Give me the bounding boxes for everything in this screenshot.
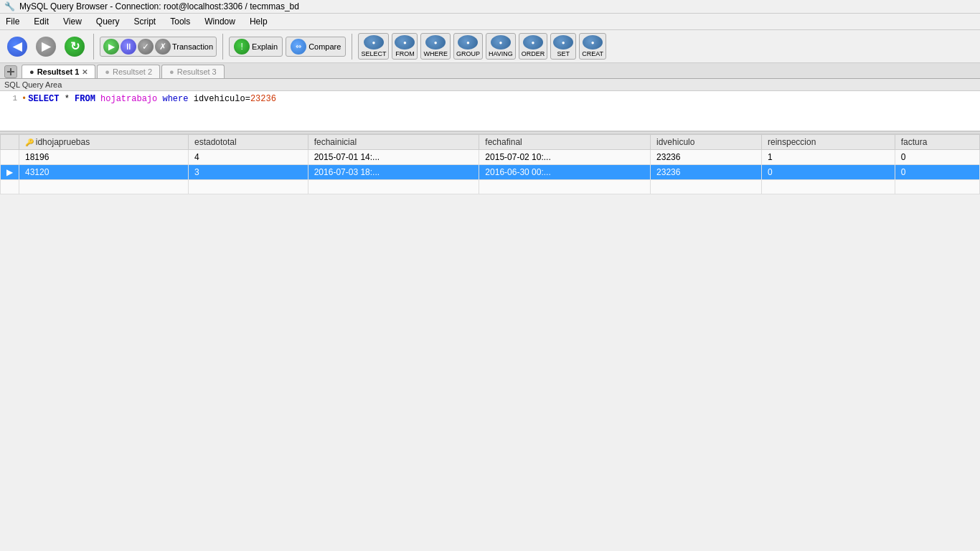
tab3-dot: ● (169, 67, 174, 76)
group-label: GROUP (456, 50, 480, 57)
tab1-dot: ● (29, 67, 34, 76)
col-header-reinspeccion: reinspeccion (761, 135, 895, 150)
app-icon: 🔧 (4, 1, 15, 11)
new-tab-button[interactable] (4, 65, 17, 78)
empty-row (1, 180, 980, 194)
menu-tools[interactable]: Tools (167, 15, 193, 28)
refresh-button[interactable]: ↻ (62, 34, 88, 59)
set-button[interactable]: ● SET (550, 33, 576, 60)
window-title: MySQL Query Browser - Connection: root@l… (19, 1, 299, 11)
transaction-group: ▶ ⏸ ✓ ✗ Transaction (100, 37, 217, 57)
cell-idvehiculo: 23236 (651, 150, 762, 165)
where-icon: ● (425, 35, 446, 50)
creat-icon: ● (583, 35, 603, 50)
cell-reinspeccion: 0 (761, 165, 895, 180)
back-button[interactable]: ◀ (4, 34, 30, 59)
rollback-button[interactable]: ✗ (155, 39, 171, 55)
titlebar: 🔧 MySQL Query Browser - Connection: root… (0, 0, 980, 14)
table-header-row: 🔑 idhojapruebas estadototal fechainicial… (1, 135, 980, 150)
tab-resultset-3[interactable]: ● Resultset 3 (161, 65, 225, 78)
query-editor[interactable]: 1 • SELECT * FROM hojatrabajo where idve… (0, 91, 980, 131)
set-icon: ● (553, 35, 573, 50)
order-button[interactable]: ● ORDER (519, 33, 548, 60)
compare-button[interactable]: ⇔ Compare (286, 37, 346, 57)
cell-fechafinal: 2016-06-30 00:... (479, 165, 651, 180)
having-label: HAVING (489, 50, 513, 57)
order-label: ORDER (522, 50, 545, 57)
cell-factura: 0 (895, 165, 979, 180)
cell-idhojapruebas: 18196 (19, 150, 189, 165)
menu-window[interactable]: Window (202, 15, 238, 28)
having-button[interactable]: ● HAVING (486, 33, 516, 60)
row-arrow-cell: ▶ (1, 165, 19, 180)
line-number-1: 1 (4, 94, 22, 103)
cell-fechainicial: 2016-07-03 18:... (308, 165, 479, 180)
results-tbody: 1819642015-07-01 14:...2015-07-02 10:...… (1, 150, 980, 194)
forward-button[interactable]: ▶ (33, 34, 59, 59)
menu-query[interactable]: Query (93, 15, 123, 28)
pause-button[interactable]: ⏸ (121, 39, 136, 55)
row-arrow-header (1, 135, 19, 150)
creat-label: CREAT (582, 50, 603, 57)
tab-resultset-2[interactable]: ● Resultset 2 (97, 65, 160, 78)
row-arrow-cell (1, 150, 19, 165)
explain-button[interactable]: ! Explain (229, 37, 283, 57)
table-row[interactable]: ▶4312032016-07-03 18:...2016-06-30 00:..… (1, 165, 980, 180)
results-area: 🔑 idhojapruebas estadototal fechainicial… (0, 134, 980, 194)
compare-label: Compare (308, 42, 341, 51)
cell-reinspeccion: 1 (761, 150, 895, 165)
svg-rect-1 (10, 68, 11, 75)
table-row[interactable]: 1819642015-07-01 14:...2015-07-02 10:...… (1, 150, 980, 165)
table-name: hojatrabajo (100, 94, 162, 104)
group-icon: ● (458, 35, 478, 50)
query-content: SELECT * FROM hojatrabajo where idvehicu… (28, 94, 276, 104)
cell-estadototal: 3 (188, 165, 308, 180)
from-label: FROM (395, 50, 415, 57)
tab2-label: Resultset 2 (113, 67, 152, 76)
separator-1 (93, 34, 94, 60)
sql-query-label: SQL Query Area (0, 79, 980, 91)
query-value: 23236 (250, 94, 276, 104)
tab3-label: Resultset 3 (177, 67, 217, 76)
select-button[interactable]: ● SELECT (358, 33, 389, 60)
from-button[interactable]: ● FROM (392, 33, 418, 60)
cell-fechafinal: 2015-07-02 10:... (479, 150, 651, 165)
col-header-estadototal: estadototal (188, 135, 308, 150)
col-header-idvehiculo: idvehiculo (651, 135, 762, 150)
where-label: WHERE (423, 50, 448, 57)
menu-script[interactable]: Script (131, 15, 159, 28)
creat-button[interactable]: ● CREAT (579, 33, 606, 60)
tabs-bar: ● Resultset 1 ✕ ● Resultset 2 ● Resultse… (0, 63, 980, 79)
separator-2 (222, 34, 223, 60)
tab1-close[interactable]: ✕ (82, 68, 88, 76)
keyword-select: SELECT (28, 94, 59, 104)
col-header-fechainicial: fechainicial (308, 135, 479, 150)
menu-file[interactable]: File (3, 15, 22, 28)
compare-icon: ⇔ (291, 39, 306, 55)
query-bullet: • (22, 94, 27, 104)
menu-view[interactable]: View (60, 15, 85, 28)
tab1-label: Resultset 1 (37, 67, 80, 76)
tab-resultset-1[interactable]: ● Resultset 1 ✕ (22, 65, 95, 78)
col-header-factura: factura (895, 135, 979, 150)
query-star: * (65, 94, 75, 104)
commit-button[interactable]: ✓ (138, 39, 154, 55)
col-header-fechafinal: fechafinal (479, 135, 651, 150)
where-button[interactable]: ● WHERE (420, 33, 451, 60)
from-icon: ● (395, 35, 415, 50)
menu-edit[interactable]: Edit (31, 15, 52, 28)
keyword-where: where (162, 94, 188, 104)
select-icon: ● (364, 35, 384, 50)
order-icon: ● (523, 35, 543, 50)
col-header-idhojapruebas: 🔑 idhojapruebas (19, 135, 189, 150)
cell-idhojapruebas: 43120 (19, 165, 189, 180)
menu-help[interactable]: Help (247, 15, 270, 28)
query-area-container: SQL Query Area 1 • SELECT * FROM hojatra… (0, 79, 980, 131)
query-condition: idvehiculo= (194, 94, 250, 104)
cell-factura: 0 (895, 150, 979, 165)
explain-label: Explain (252, 42, 278, 51)
pk-icon: 🔑 (25, 138, 36, 146)
group-button[interactable]: ● GROUP (453, 33, 483, 60)
having-icon: ● (491, 35, 511, 50)
execute-button[interactable]: ▶ (103, 39, 119, 55)
